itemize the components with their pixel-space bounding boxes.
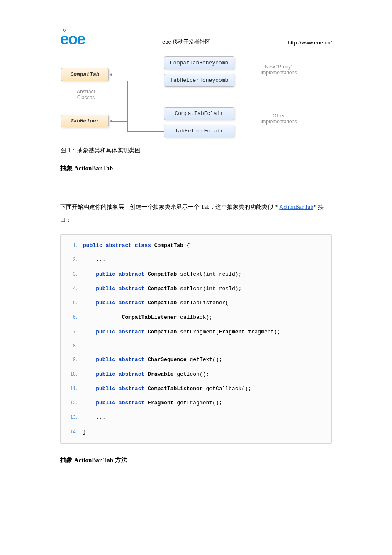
code-text: public abstract Drawable getIcon(); xyxy=(83,369,209,380)
code-line: 12. public abstract Fragment getFragment… xyxy=(61,396,331,411)
code-text: public abstract Fragment getFragment(); xyxy=(83,398,222,408)
connector xyxy=(127,81,128,131)
section1-title: 抽象 ActionBar.Tab xyxy=(60,164,332,172)
code-line: 8. xyxy=(61,339,331,353)
code-text: public abstract CompatTab setIcon(int re… xyxy=(83,284,241,294)
code-line: 5. public abstract CompatTab setTabListe… xyxy=(61,296,331,311)
connector xyxy=(136,63,136,114)
figure-caption: 图 1：抽象基类和具体实现类图 xyxy=(60,147,332,154)
actionbar-tab-link[interactable]: ActionBar.Tab xyxy=(279,204,313,210)
box-compat-tab-eclair: CompatTabEclair xyxy=(164,107,234,120)
code-text: public abstract CompatTabListener getCal… xyxy=(83,384,251,394)
line-number: 9. xyxy=(66,355,77,364)
code-block: 1.public abstract class CompatTab {2. ..… xyxy=(60,234,332,444)
abstract-classes-label: AbstractClasses xyxy=(67,89,105,100)
line-number: 3. xyxy=(66,269,77,279)
header-underline xyxy=(60,52,332,52)
code-line: 1.public abstract class CompatTab { xyxy=(61,239,331,253)
section-divider xyxy=(60,470,332,470)
section2-title: 抽象 ActionBar Tab 方法 xyxy=(60,456,332,464)
line-number: 12. xyxy=(66,398,77,408)
connector xyxy=(136,114,164,114)
code-line: 13. ... xyxy=(61,411,331,425)
line-number: 11. xyxy=(66,384,77,394)
section-divider xyxy=(60,178,332,178)
connector xyxy=(112,75,136,75)
header-center-text: eoe 移动开发者社区 xyxy=(162,38,210,47)
line-number: 5. xyxy=(66,298,77,308)
document-page: ⁽⁽ eoe eoe 移动开发者社区 http://www.eoe.cn/ Co… xyxy=(0,0,392,470)
code-text: public abstract CompatTab setTabListener… xyxy=(83,298,229,308)
line-number: 7. xyxy=(66,327,77,337)
line-number: 4. xyxy=(66,284,77,293)
box-tab-helper-eclair: TabHelperEclair xyxy=(164,125,234,137)
code-line: 4. public abstract CompatTab setIcon(int… xyxy=(61,282,331,296)
connector xyxy=(127,131,164,132)
code-line: 2. ... xyxy=(61,253,331,267)
logo: ⁽⁽ eoe xyxy=(60,31,85,47)
code-text: public abstract CharSequence getText(); xyxy=(83,355,222,365)
line-number: 13. xyxy=(66,413,77,422)
code-text: public abstract class CompatTab { xyxy=(83,241,190,251)
box-compat-tab: CompatTab xyxy=(61,68,109,81)
line-number: 14. xyxy=(66,427,77,437)
box-tab-helper-honeycomb: TabHelperHoneycomb xyxy=(164,74,234,87)
connector xyxy=(127,81,164,81)
code-text: ... xyxy=(83,413,106,423)
page-header: ⁽⁽ eoe eoe 移动开发者社区 http://www.eoe.cn/ xyxy=(60,31,332,47)
line-number: 2. xyxy=(66,255,77,264)
line-number: 6. xyxy=(66,313,77,322)
header-url: http://www.eoe.cn/ xyxy=(288,39,332,47)
intro-paragraph: 下面开始构建你的抽象层，创建一个抽象类来显示一个 Tab，这个抽象类的功能类似 … xyxy=(60,201,332,227)
code-line: 7. public abstract CompatTab setFragment… xyxy=(61,325,331,340)
line-number: 8. xyxy=(66,341,77,351)
code-text: ... xyxy=(83,255,106,265)
code-text: public abstract CompatTab setText(int re… xyxy=(83,269,241,280)
code-text: CompatTabListener callback); xyxy=(83,313,212,323)
line-number: 10. xyxy=(66,369,77,379)
arrow-icon xyxy=(110,120,112,123)
box-tab-helper: TabHelper xyxy=(61,115,109,127)
new-proxy-label: New "Proxy"Implementations xyxy=(252,64,306,76)
arrow-icon xyxy=(110,73,112,76)
box-compat-tab-honeycomb: CompatTabHoneycomb xyxy=(164,56,234,69)
code-line: 10. public abstract Drawable getIcon(); xyxy=(61,367,331,382)
code-line: 9. public abstract CharSequence getText(… xyxy=(61,353,331,367)
connector xyxy=(136,63,164,63)
code-line: 14.} xyxy=(61,425,331,440)
older-label: OlderImplementations xyxy=(252,113,306,125)
code-line: 6. CompatTabListener callback); xyxy=(61,311,331,325)
line-number: 1. xyxy=(66,241,77,250)
code-line: 11. public abstract CompatTabListener ge… xyxy=(61,382,331,396)
class-diagram: CompatTab TabHelper AbstractClasses Comp… xyxy=(61,56,322,144)
code-line: 3. public abstract CompatTab setText(int… xyxy=(61,267,331,282)
connector xyxy=(112,121,127,122)
code-text: } xyxy=(83,427,86,438)
code-text: public abstract CompatTab setFragment(Fr… xyxy=(83,327,280,337)
